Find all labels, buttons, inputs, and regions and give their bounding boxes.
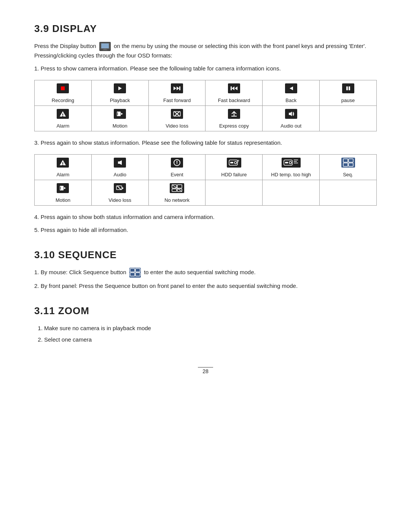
status-cell-nonetwork: No network bbox=[148, 180, 206, 206]
display-step1: 1. Press to show camera information. Ple… bbox=[34, 64, 377, 73]
status-cell-empty3 bbox=[320, 180, 377, 206]
svg-rect-60 bbox=[135, 273, 140, 276]
svg-rect-3 bbox=[103, 50, 107, 50]
back-icon bbox=[285, 83, 297, 93]
page-number: 28 bbox=[202, 368, 209, 374]
sequence-line1: 1. By mouse: Click Sequence button to en… bbox=[34, 268, 377, 278]
svg-marker-23 bbox=[289, 112, 292, 116]
recording-label: Recording bbox=[52, 97, 74, 103]
table-cell-alarm: Alarm bbox=[35, 106, 92, 131]
sequence-title: 3.10 SEQUENCE bbox=[34, 249, 377, 261]
playback-label: Playback bbox=[110, 97, 130, 103]
status-hdd-icon: ? bbox=[227, 158, 241, 168]
status-seq-label: Seq. bbox=[343, 172, 353, 177]
alarm-icon bbox=[57, 109, 69, 119]
table-cell-playback: Playback bbox=[91, 80, 148, 106]
status-cell-audio: Audio bbox=[91, 155, 148, 180]
status-cell-hdtemp: HD temp. too high bbox=[263, 155, 320, 180]
alarm-label: Alarm bbox=[56, 123, 69, 129]
table-row: Motion Video loss bbox=[35, 180, 377, 206]
svg-rect-58 bbox=[135, 268, 140, 272]
table-cell-expresscopy: Express copy bbox=[206, 106, 263, 131]
svg-rect-31 bbox=[177, 163, 177, 164]
svg-rect-8 bbox=[231, 86, 232, 90]
svg-rect-53 bbox=[177, 185, 182, 188]
svg-text:?: ? bbox=[237, 159, 239, 163]
footer-divider bbox=[198, 367, 213, 367]
svg-marker-6 bbox=[177, 86, 179, 90]
display-intro: Press the Display button on the menu by … bbox=[34, 42, 377, 60]
status-cell-hdd: ? HDD failure bbox=[206, 155, 263, 180]
videoloss-label: Video loss bbox=[166, 123, 188, 129]
table-cell-audioout: Audio out bbox=[263, 106, 320, 131]
status-cell-alarm: Alarm bbox=[35, 155, 92, 180]
svg-line-51 bbox=[117, 186, 121, 190]
videoloss-icon bbox=[171, 109, 183, 119]
table-cell-fastbackward: Fast backward bbox=[206, 80, 263, 106]
display-step5: 5. Press again to hide all information. bbox=[34, 225, 377, 235]
status-audio-label: Audio bbox=[114, 172, 126, 177]
svg-rect-30 bbox=[177, 161, 177, 163]
svg-marker-27 bbox=[118, 161, 119, 164]
svg-rect-26 bbox=[62, 165, 63, 165]
svg-marker-47 bbox=[64, 187, 66, 189]
page-footer: 28 bbox=[34, 367, 377, 374]
status-alarm-icon bbox=[57, 158, 69, 168]
list-item: Make sure no camera is in playback mode bbox=[44, 324, 377, 333]
svg-marker-10 bbox=[232, 86, 234, 90]
audioout-icon bbox=[285, 109, 297, 119]
status-seq-icon bbox=[341, 158, 355, 168]
list-item: Select one camera bbox=[44, 335, 377, 344]
table-row: Recording Playback bbox=[35, 80, 377, 106]
status-nonetwork-icon bbox=[170, 183, 184, 193]
svg-rect-43 bbox=[349, 159, 353, 162]
audioout-label: Audio out bbox=[280, 123, 301, 129]
display-button-icon bbox=[99, 42, 111, 51]
back-label: Back bbox=[285, 97, 296, 103]
fastforward-label: Fast forward bbox=[163, 97, 191, 103]
table-cell-pause: pause bbox=[320, 80, 377, 106]
svg-marker-4 bbox=[118, 86, 122, 90]
table-row: Alarm Audio bbox=[35, 155, 377, 180]
status-cell-videoloss: Video loss bbox=[91, 180, 148, 206]
zoom-list: Make sure no camera is in playback mode … bbox=[34, 324, 377, 344]
sequence-button-icon bbox=[129, 268, 141, 278]
svg-marker-18 bbox=[121, 113, 123, 115]
expresscopy-icon bbox=[228, 109, 240, 119]
recording-icon bbox=[57, 83, 69, 93]
display-title: 3.9 DISPLAY bbox=[34, 23, 377, 35]
display-step3: 3. Press again to show status informatio… bbox=[34, 138, 377, 147]
status-motion-icon bbox=[57, 183, 69, 193]
svg-rect-42 bbox=[343, 159, 348, 162]
svg-marker-50 bbox=[122, 187, 124, 189]
svg-rect-13 bbox=[349, 86, 350, 90]
status-nonetwork-label: No network bbox=[164, 197, 190, 203]
svg-rect-25 bbox=[62, 162, 63, 164]
table-cell-empty1 bbox=[320, 106, 377, 131]
status-videoloss-icon bbox=[114, 183, 126, 193]
status-alarm-label: Alarm bbox=[56, 172, 69, 177]
table-cell-videoloss: Video loss bbox=[148, 106, 206, 131]
display-section: 3.9 DISPLAY Press the Display button on … bbox=[34, 23, 377, 235]
svg-point-37 bbox=[289, 161, 292, 164]
status-hdtemp-label: HD temp. too high bbox=[271, 172, 311, 177]
fastbackward-label: Fast backward bbox=[218, 97, 250, 103]
svg-marker-28 bbox=[119, 160, 122, 165]
svg-rect-16 bbox=[62, 116, 63, 117]
sequence-line2: 2. By front panel: Press the Sequence bu… bbox=[34, 281, 377, 291]
svg-rect-59 bbox=[130, 273, 135, 276]
status-event-icon bbox=[171, 158, 183, 168]
status-cell-empty1 bbox=[206, 180, 263, 206]
status-videoloss-label: Video loss bbox=[108, 197, 131, 203]
svg-rect-12 bbox=[346, 86, 348, 90]
expresscopy-label: Express copy bbox=[219, 123, 249, 129]
status-audio-icon bbox=[114, 158, 126, 168]
svg-marker-11 bbox=[290, 86, 293, 90]
status-hdtemp-icon bbox=[282, 158, 301, 168]
status-motion-label: Motion bbox=[56, 197, 70, 203]
svg-rect-54 bbox=[172, 189, 177, 192]
svg-rect-7 bbox=[179, 86, 180, 90]
pause-label: pause bbox=[341, 97, 355, 103]
svg-rect-57 bbox=[130, 268, 135, 272]
table-cell-recording: Recording bbox=[35, 80, 92, 106]
